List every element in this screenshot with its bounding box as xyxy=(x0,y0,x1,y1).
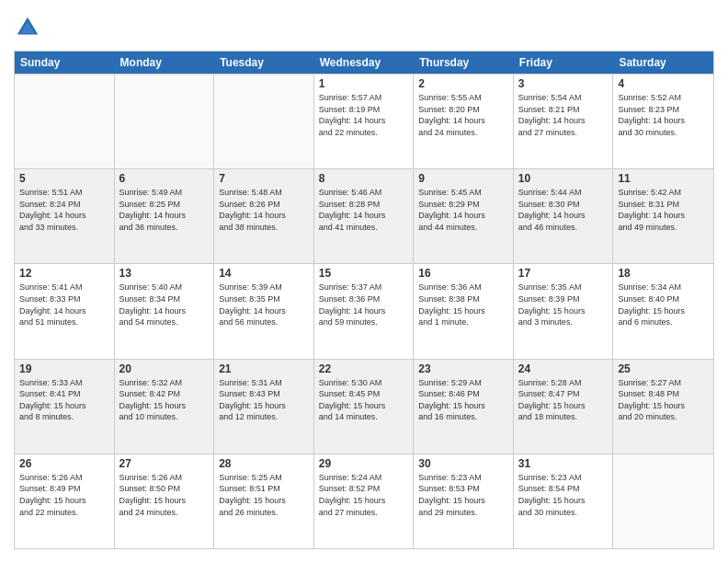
day-number: 21 xyxy=(219,362,309,375)
cell-info: Sunset: 8:47 PM xyxy=(518,388,609,400)
weekday-header: Wednesday xyxy=(314,52,415,74)
cell-info: Daylight: 15 hours xyxy=(518,305,609,317)
cell-info: Daylight: 14 hours xyxy=(319,115,409,127)
cell-info: and 56 minutes. xyxy=(219,316,309,328)
day-number: 26 xyxy=(19,457,109,470)
cell-info: and 38 minutes. xyxy=(219,222,309,234)
cell-info: and 24 minutes. xyxy=(418,127,508,139)
cell-info: and 49 minutes. xyxy=(618,222,709,234)
day-number: 7 xyxy=(219,172,309,185)
cell-info: Sunrise: 5:36 AM xyxy=(418,282,508,293)
calendar-cell: 12Sunrise: 5:41 AMSunset: 8:33 PMDayligh… xyxy=(15,264,115,358)
calendar-cell xyxy=(214,75,314,168)
day-number: 15 xyxy=(319,267,409,280)
calendar-cell: 31Sunrise: 5:23 AMSunset: 8:54 PMDayligh… xyxy=(514,454,614,548)
cell-info: Sunset: 8:50 PM xyxy=(119,483,210,495)
day-number: 4 xyxy=(618,77,709,90)
weekday-header: Sunday xyxy=(15,52,115,74)
cell-info: Sunrise: 5:31 AM xyxy=(219,377,309,389)
day-number: 9 xyxy=(418,172,508,185)
day-number: 16 xyxy=(418,267,508,280)
cell-info: Sunset: 8:43 PM xyxy=(219,388,309,400)
cell-info: Sunset: 8:46 PM xyxy=(418,388,508,400)
cell-info: and 41 minutes. xyxy=(319,222,409,234)
day-number: 2 xyxy=(418,77,508,90)
cell-info: Sunset: 8:19 PM xyxy=(319,104,409,116)
cell-info: Daylight: 14 hours xyxy=(418,115,508,127)
weekday-header: Thursday xyxy=(414,52,514,74)
calendar-cell: 3Sunrise: 5:54 AMSunset: 8:21 PMDaylight… xyxy=(514,75,614,168)
cell-info: Sunset: 8:49 PM xyxy=(19,483,109,495)
cell-info: and 10 minutes. xyxy=(119,411,210,423)
calendar-cell: 26Sunrise: 5:26 AMSunset: 8:49 PMDayligh… xyxy=(15,454,115,548)
cell-info: Daylight: 14 hours xyxy=(119,210,210,222)
cell-info: Sunrise: 5:45 AM xyxy=(418,187,508,199)
cell-info: Sunset: 8:41 PM xyxy=(19,388,109,400)
cell-info: Sunset: 8:51 PM xyxy=(219,483,309,495)
calendar-cell xyxy=(15,75,115,168)
cell-info: and 30 minutes. xyxy=(518,507,609,519)
day-number: 23 xyxy=(418,362,508,375)
day-number: 3 xyxy=(518,77,609,90)
cell-info: Daylight: 15 hours xyxy=(19,495,109,507)
cell-info: Sunset: 8:34 PM xyxy=(119,293,210,305)
cell-info: Daylight: 15 hours xyxy=(119,400,210,412)
cell-info: Sunset: 8:30 PM xyxy=(518,199,609,211)
day-number: 18 xyxy=(618,267,709,280)
cell-info: Daylight: 15 hours xyxy=(418,495,508,507)
cell-info: and 29 minutes. xyxy=(418,507,508,519)
cell-info: Sunrise: 5:26 AM xyxy=(19,472,109,484)
calendar-cell: 13Sunrise: 5:40 AMSunset: 8:34 PMDayligh… xyxy=(115,264,215,358)
cell-info: and 46 minutes. xyxy=(518,222,609,234)
cell-info: Sunrise: 5:28 AM xyxy=(518,377,609,389)
cell-info: Daylight: 15 hours xyxy=(618,400,709,412)
cell-info: Sunrise: 5:30 AM xyxy=(319,377,409,389)
cell-info: and 59 minutes. xyxy=(319,316,409,328)
day-number: 19 xyxy=(19,362,109,375)
cell-info: and 27 minutes. xyxy=(319,507,409,519)
calendar-cell: 6Sunrise: 5:49 AMSunset: 8:25 PMDaylight… xyxy=(115,169,215,263)
weekday-header: Friday xyxy=(514,52,614,74)
cell-info: Sunset: 8:53 PM xyxy=(418,483,508,495)
cell-info: and 33 minutes. xyxy=(19,222,109,234)
cell-info: Daylight: 15 hours xyxy=(319,400,409,412)
cell-info: Sunset: 8:20 PM xyxy=(418,104,508,116)
cell-info: Daylight: 14 hours xyxy=(319,305,409,317)
cell-info: Sunset: 8:33 PM xyxy=(19,293,109,305)
cell-info: Daylight: 14 hours xyxy=(19,305,109,317)
weekday-header: Monday xyxy=(115,52,215,74)
cell-info: Sunrise: 5:49 AM xyxy=(119,187,210,199)
day-number: 31 xyxy=(518,457,609,470)
cell-info: Daylight: 15 hours xyxy=(319,495,409,507)
weekday-header: Tuesday xyxy=(214,52,314,74)
cell-info: Sunrise: 5:23 AM xyxy=(518,472,609,484)
cell-info: Daylight: 15 hours xyxy=(219,400,309,412)
cell-info: Daylight: 14 hours xyxy=(618,210,709,222)
calendar-cell: 29Sunrise: 5:24 AMSunset: 8:52 PMDayligh… xyxy=(314,454,415,548)
cell-info: Sunrise: 5:51 AM xyxy=(19,187,109,199)
cell-info: Daylight: 14 hours xyxy=(319,210,409,222)
cell-info: Daylight: 14 hours xyxy=(518,210,609,222)
cell-info: Daylight: 14 hours xyxy=(19,210,109,222)
cell-info: Sunset: 8:26 PM xyxy=(219,199,309,211)
calendar-cell xyxy=(613,454,713,548)
calendar-cell: 11Sunrise: 5:42 AMSunset: 8:31 PMDayligh… xyxy=(613,169,713,263)
day-number: 27 xyxy=(119,457,210,470)
cell-info: Sunrise: 5:24 AM xyxy=(319,472,409,484)
cell-info: Daylight: 14 hours xyxy=(219,210,309,222)
cell-info: Sunset: 8:24 PM xyxy=(19,199,109,211)
cell-info: Sunset: 8:45 PM xyxy=(319,388,409,400)
cell-info: Sunset: 8:38 PM xyxy=(418,293,508,305)
day-number: 30 xyxy=(418,457,508,470)
calendar-cell: 30Sunrise: 5:23 AMSunset: 8:53 PMDayligh… xyxy=(414,454,514,548)
cell-info: Daylight: 15 hours xyxy=(618,305,709,317)
cell-info: and 1 minute. xyxy=(418,316,508,328)
cell-info: and 14 minutes. xyxy=(319,411,409,423)
header xyxy=(14,14,714,41)
calendar-body: 1Sunrise: 5:57 AMSunset: 8:19 PMDaylight… xyxy=(15,74,713,548)
cell-info: and 51 minutes. xyxy=(19,316,109,328)
cell-info: Daylight: 14 hours xyxy=(518,115,609,127)
calendar-cell: 23Sunrise: 5:29 AMSunset: 8:46 PMDayligh… xyxy=(414,360,514,454)
cell-info: Daylight: 15 hours xyxy=(19,400,109,412)
cell-info: Sunrise: 5:32 AM xyxy=(119,377,210,389)
